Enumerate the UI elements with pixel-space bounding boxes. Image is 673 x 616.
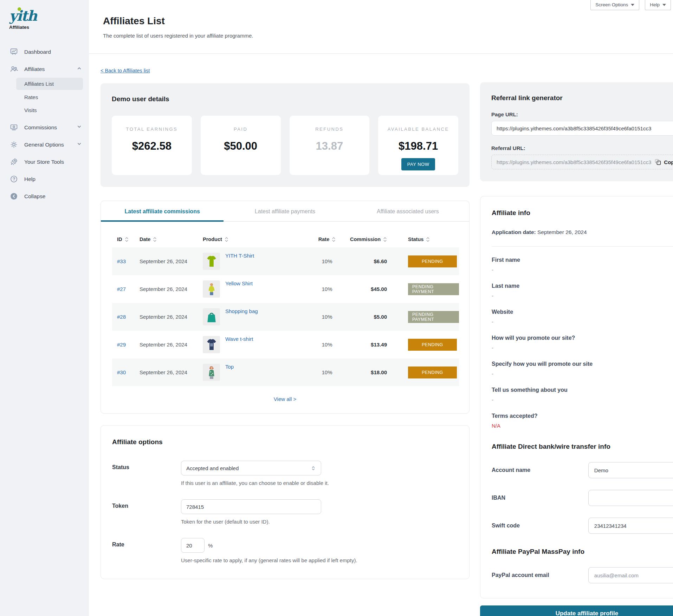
commission-id-link[interactable]: #30 [117,369,126,375]
page-url-label: Page URL: [491,111,673,117]
token-input[interactable] [181,499,321,514]
commission-id-link[interactable]: #27 [117,286,126,292]
sort-arrows-icon[interactable] [383,237,387,242]
bank-field-label: Swift code [492,523,520,529]
sidebar-item-dashboard[interactable]: Dashboard [0,43,89,60]
pay-now-button[interactable]: PAY NOW [401,158,435,170]
stat-label: PAID [201,127,281,132]
sort-arrows-icon[interactable] [332,237,336,242]
token-label: Token [112,499,181,525]
sidebar-item-collapse[interactable]: Collapse [0,188,89,205]
swift-code-input[interactable] [588,518,673,534]
help-button[interactable]: Help [645,0,671,10]
product-link[interactable]: YITH T-Shirt [225,253,254,259]
column-label: ID [117,236,122,242]
bank-field-label: Account name [492,467,530,473]
sidebar-item-affiliates-list[interactable]: Affiliates List [16,78,83,90]
product-link[interactable]: Top [225,364,234,370]
screen-options-button[interactable]: Screen Options [590,0,639,10]
commission-amount: $5.00 [341,303,387,331]
table-header-cell[interactable]: Status [387,231,459,247]
application-date: Application date: September 26, 2024 [492,229,673,235]
view-all-link[interactable]: View all > [101,386,469,413]
product-link[interactable]: Yellow Shirt [225,280,253,286]
table-header-cell[interactable]: Commission [341,231,387,247]
sidebar-item-general-options[interactable]: General Options [0,136,89,153]
stat-value: $50.00 [201,140,281,153]
affiliate-info-title: Affiliate info [492,209,530,217]
table-header-cell[interactable]: Rate [308,231,341,247]
sidebar-item-help[interactable]: Help [0,170,89,188]
stat-card: TOTAL EARNINGS $262.58 [112,116,192,175]
status-badge: PENDING PAYMENT [408,311,459,323]
status-badge: PENDING [408,255,457,267]
stat-card: AVAILABLE BALANCE $198.71 PAY NOW [378,116,458,175]
page-header: Affiliates List The complete list of use… [89,0,673,54]
status-badge: PENDING [408,339,457,351]
account-name-input[interactable] [588,462,673,478]
sidebar-item-affiliates[interactable]: Affiliates [0,60,89,78]
commission-id-link[interactable]: #33 [117,258,126,264]
paypal-info-title: Affiliate PayPal MassPay info [492,548,673,556]
update-affiliate-profile-button[interactable]: Update affiliate profile [480,605,673,616]
page-url-input[interactable]: https://plugins.yithemes.com/a3b8f5c3385… [491,121,673,136]
affiliate-info-field: How will you promote our site? - [492,335,673,351]
commission-rate: 10% [308,358,341,386]
logo-green-dot [18,7,21,11]
paypal-email-input[interactable] [588,567,673,583]
token-row: Token Token for the user (default to use… [112,499,458,525]
stat-value: $198.71 [378,140,458,153]
rocket-icon [9,157,18,166]
rate-label: Rate [112,538,181,563]
tab[interactable]: Latest affiliate payments [224,201,346,221]
bank-field-label: IBAN [492,495,505,501]
affiliate-options-card: Affiliate options Status Accepted and en… [101,425,470,579]
sidebar-nav: Dashboard Affiliates Affiliates List Rat… [0,43,89,205]
field-value: - [492,345,673,351]
yith-logo: yith Affiliates [0,7,89,30]
token-help-text: Token for the user (default to user ID). [181,519,321,525]
sidebar-item-label: Affiliates [24,66,45,72]
sidebar-item-rates[interactable]: Rates [0,91,89,104]
copy-button[interactable]: Copy [655,159,673,165]
referral-url-value: https://plugins.yithemes.com/a3b8f5c3385… [497,159,651,165]
sort-arrows-icon[interactable] [125,237,129,242]
sort-arrows-icon[interactable] [225,237,228,242]
status-select-value: Accepted and enabled [186,465,239,471]
stat-value: 13.87 [290,140,370,153]
affiliate-info-fields: First name - Last name - Website - How w… [492,257,673,429]
affiliate-info-field: Last name - [492,283,673,299]
left-column: < Back to Affiliates list Demo user deta… [101,62,470,616]
product-link[interactable]: Shopping bag [225,308,258,314]
plugin-name: Affiliates [9,25,89,30]
sidebar-item-commissions[interactable]: Commissions [0,119,89,136]
iban-input[interactable] [588,490,673,506]
tab[interactable]: Latest affiliate commissions [101,201,224,221]
caret-down-icon [662,4,666,6]
sort-arrows-icon[interactable] [153,237,157,242]
rate-input[interactable] [181,538,205,553]
page-subtitle: The complete list of users registered in… [103,33,659,39]
sidebar-item-visits[interactable]: Visits [0,104,89,117]
sidebar-item-your-store-tools[interactable]: Your Store Tools [0,153,89,170]
field-label: Tell us something about you [492,387,673,393]
field-value: - [492,293,673,299]
table-row: #29 September 26, 2024 Wave t-shirt 10% … [112,331,459,358]
stat-label: AVAILABLE BALANCE [378,127,458,132]
status-select[interactable]: Accepted and enabled [181,461,321,475]
table-header-cell[interactable]: ID [112,231,135,247]
table-header-cell[interactable]: Product [198,231,308,247]
commission-id-link[interactable]: #28 [117,314,126,320]
commissions-table-wrap: ID Date Product Rate Commission Status [101,222,469,386]
sort-arrows-icon[interactable] [426,237,430,242]
affiliates-icon [9,65,18,73]
back-to-affiliates-link[interactable]: < Back to Affiliates list [101,68,150,73]
tshirt-green-image [203,253,220,270]
bank-info-title: Affiliate Direct bank/wire transfer info [492,443,673,450]
table-header-cell[interactable]: Date [135,231,198,247]
referral-url-input[interactable]: https://plugins.yithemes.com/a3b8f5c3385… [491,155,673,169]
commission-amount: $18.00 [341,358,387,386]
product-link[interactable]: Wave t-shirt [225,336,253,342]
tab[interactable]: Affiliate associated users [347,201,469,221]
commission-id-link[interactable]: #29 [117,342,126,348]
